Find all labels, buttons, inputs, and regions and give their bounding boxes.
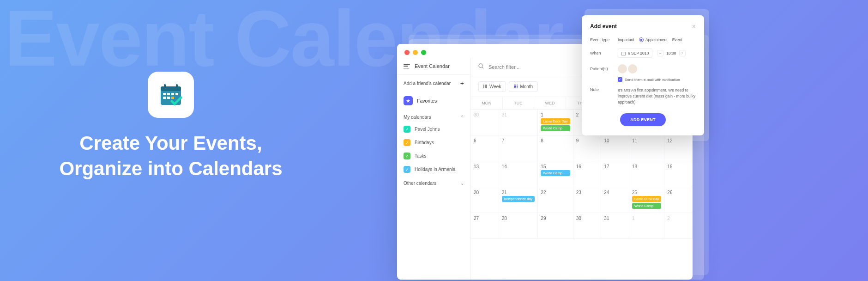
day-cell[interactable]: 28 (499, 213, 538, 239)
favorites-row[interactable]: ★ Favorites (397, 92, 470, 110)
calendar-icon (621, 51, 626, 55)
svg-rect-5 (167, 93, 170, 95)
day-number: 1 (541, 112, 570, 117)
menu-icon[interactable] (404, 64, 410, 68)
day-cell[interactable]: 1Lame Duck DayWorld Camp (538, 110, 573, 135)
day-cell[interactable]: 26 (664, 187, 693, 213)
day-number: 2 (667, 216, 689, 221)
day-number: 16 (576, 164, 598, 169)
event-type-important[interactable]: Important (618, 37, 634, 42)
day-cell[interactable]: 18 (629, 161, 664, 187)
my-calendars-section[interactable]: My calendars ⌃ (397, 110, 470, 122)
hero-section: Create Your Events, Organize into Calend… (0, 72, 342, 181)
event-tag[interactable]: Lame Duck Day (632, 196, 661, 202)
calendar-icon (158, 82, 184, 108)
day-number: 24 (604, 190, 626, 195)
day-number: 27 (474, 216, 496, 221)
minimize-dot[interactable] (413, 50, 418, 55)
add-event-button[interactable]: ADD EVENT (620, 113, 666, 126)
date-picker[interactable]: 6 SEP 2018 (618, 49, 652, 58)
close-icon[interactable]: × (692, 23, 696, 30)
when-label: When (590, 51, 618, 55)
day-cell[interactable]: 17 (601, 161, 629, 187)
note-label: Note (590, 87, 618, 92)
day-cell[interactable]: 2 (664, 213, 693, 239)
week-view-button[interactable]: Week (478, 81, 506, 92)
svg-rect-13 (622, 52, 626, 55)
day-cell[interactable]: 8 (538, 135, 573, 161)
event-tag[interactable]: Independence day (502, 196, 535, 202)
day-cell[interactable]: 16 (573, 161, 602, 187)
calendar-item[interactable]: ✓Birthdays (397, 136, 470, 149)
event-type-appointment[interactable]: Appointment (639, 37, 668, 42)
svg-rect-9 (167, 97, 170, 99)
star-icon: ★ (404, 96, 413, 105)
event-tag[interactable]: World Camp (541, 170, 570, 176)
chevron-down-icon: ⌄ (460, 181, 464, 186)
day-header: MON (471, 97, 503, 110)
day-number: 26 (667, 190, 689, 195)
day-number: 28 (502, 216, 535, 221)
svg-rect-7 (175, 93, 178, 95)
calendar-item[interactable]: ✓Tasks (397, 149, 470, 163)
modal-title: Add event (590, 23, 617, 30)
time-value: 10:00 (666, 51, 676, 55)
day-cell[interactable]: 15World Camp (538, 161, 573, 187)
patient-avatar[interactable] (628, 64, 637, 73)
event-tag[interactable]: World Camp (541, 125, 570, 131)
day-cell[interactable]: 7 (499, 135, 538, 161)
svg-line-12 (482, 67, 483, 68)
app-title: Event Calendar (415, 63, 450, 69)
calendar-item[interactable]: ✓Pavel Johns (397, 122, 470, 136)
day-cell[interactable]: 6 (471, 135, 499, 161)
notify-checkbox-row[interactable]: ✓ Send them e-mail with notification (618, 77, 696, 82)
day-number: 31 (604, 216, 626, 221)
day-cell[interactable]: 22 (538, 187, 573, 213)
svg-rect-1 (161, 86, 181, 91)
svg-rect-8 (163, 97, 166, 99)
day-cell[interactable]: 14 (499, 161, 538, 187)
close-dot[interactable] (404, 50, 410, 55)
day-cell[interactable]: 31 (601, 213, 629, 239)
day-number: 20 (474, 190, 496, 195)
day-cell[interactable]: 30 (471, 110, 499, 135)
day-number: 23 (576, 190, 598, 195)
calendar-label: Pavel Johns (415, 127, 440, 132)
sidebar: Event Calendar Add a friend's calendar +… (397, 58, 471, 280)
time-increment[interactable]: + (679, 50, 686, 56)
day-cell[interactable]: 24 (601, 187, 629, 213)
sidebar-header: Event Calendar (397, 58, 470, 74)
maximize-dot[interactable] (421, 50, 426, 55)
event-tag[interactable]: World Camp (632, 203, 661, 209)
day-cell[interactable]: 25Lame Duck DayWorld Camp (629, 187, 664, 213)
month-view-button[interactable]: Month (509, 81, 538, 92)
day-cell[interactable]: 29 (538, 213, 573, 239)
patient-avatar[interactable] (618, 64, 627, 73)
plus-icon: + (460, 79, 464, 87)
note-text[interactable]: It's Mrs An first appointment. We need t… (618, 87, 696, 105)
event-type-event[interactable]: Event (672, 37, 682, 42)
day-cell[interactable]: 1 (629, 213, 664, 239)
day-number: 13 (474, 164, 496, 169)
day-cell[interactable]: 19 (664, 161, 693, 187)
day-cell[interactable]: 20 (471, 187, 499, 213)
checkbox-icon: ✓ (404, 166, 410, 173)
radio-active-icon (639, 37, 644, 42)
day-cell[interactable]: 31 (499, 110, 538, 135)
day-cell[interactable]: 23 (573, 187, 602, 213)
add-friend-label: Add a friend's calendar (404, 81, 451, 86)
day-cell[interactable]: 27 (471, 213, 499, 239)
time-decrement[interactable]: − (657, 50, 663, 56)
grid-icon (514, 85, 518, 88)
day-cell[interactable]: 21Independence day (499, 187, 538, 213)
other-calendars-section[interactable]: Other calendars ⌄ (397, 176, 470, 189)
day-header: WED (534, 97, 566, 110)
day-cell[interactable]: 13 (471, 161, 499, 187)
time-picker: − 10:00 + (657, 50, 685, 56)
calendar-label: Birthdays (415, 140, 434, 145)
add-friend-calendar[interactable]: Add a friend's calendar + (397, 74, 470, 92)
calendar-item[interactable]: ✓Holidays in Armenia (397, 163, 470, 176)
day-cell[interactable]: 30 (573, 213, 602, 239)
event-tag[interactable]: Lame Duck Day (541, 118, 570, 124)
list-icon (483, 85, 487, 88)
